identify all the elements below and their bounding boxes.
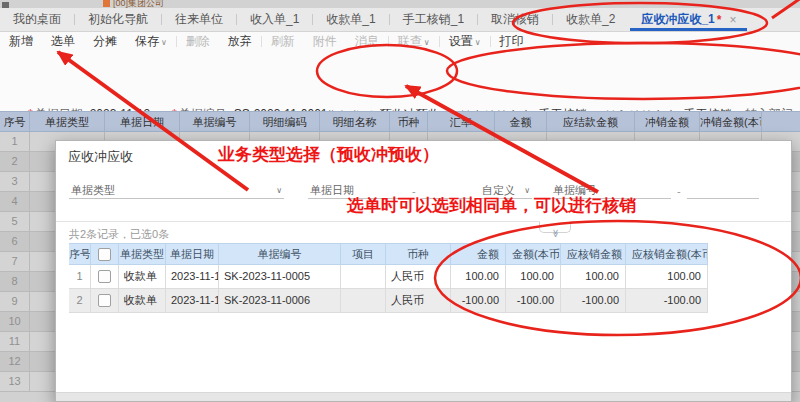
filter-date-to-input[interactable]	[422, 181, 472, 199]
filter-date-from-input[interactable]: 单据日期	[308, 181, 408, 199]
window-titlebar: [00]集团公司	[0, 0, 800, 8]
bill-header-form: *单据日期2023-11-12 *单据编号SS-2023-11-0001 业务类…	[0, 50, 800, 111]
select-all-checkbox[interactable]	[98, 248, 111, 261]
allocate-button[interactable]: 分摊	[84, 33, 126, 50]
linked-query-button[interactable]: 联查∨	[389, 33, 439, 50]
candidate-bill-grid: 序号 单据类型 单据日期 单据编号 项目 币种 金额 金额(本币) 应核销金额 …	[69, 243, 708, 313]
row-checkbox[interactable]	[98, 270, 111, 283]
dialog-title: 应收冲应收	[68, 148, 133, 166]
filter-bill-no-from-input[interactable]: 单据编号	[551, 181, 671, 199]
tab-receipt-bill-1[interactable]: 收款单_1	[313, 8, 388, 31]
chevron-down-icon: ∨	[424, 38, 430, 47]
double-chevron-icon: ≫	[551, 229, 560, 237]
record-summary: 共2条记录，已选0条	[69, 227, 169, 242]
attachment-button[interactable]: 附件	[304, 33, 346, 50]
date-range-dash: -	[412, 185, 416, 197]
no-range-dash: -	[677, 185, 681, 197]
tab-ar-offset-ar-1-active[interactable]: 应收冲应收_1* ×	[628, 8, 749, 31]
tab-counterparty[interactable]: 往来单位	[162, 8, 236, 31]
save-button[interactable]: 保存∨	[126, 33, 176, 50]
chevron-down-icon: ∨	[475, 38, 481, 47]
chevron-down-icon: ∨	[276, 186, 282, 195]
collapse-filters-button[interactable]: ≫	[539, 221, 571, 233]
window-title: [00]集团公司	[103, 0, 164, 8]
unsaved-marker: *	[717, 13, 722, 27]
settings-button[interactable]: 设置∨	[440, 33, 490, 50]
add-button[interactable]: 新增	[0, 33, 42, 50]
filter-bill-type-select[interactable]: 单据类型∨	[69, 181, 284, 199]
chevron-down-icon: ∨	[524, 186, 530, 195]
filter-separator	[56, 221, 791, 222]
horizontal-scrollbar[interactable]	[56, 392, 791, 401]
grid-header-row: 序号 单据类型 单据日期 单据编号 明细编码 明细名称 币种 汇率 金额 应结款…	[0, 111, 800, 132]
refresh-button[interactable]: 刷新	[262, 33, 304, 50]
tab-income-bill-1[interactable]: 收入单_1	[237, 8, 312, 31]
discard-button[interactable]: 放弃	[219, 33, 261, 50]
tab-receipt-bill-2[interactable]: 收款单_2	[553, 8, 628, 31]
filter-date-preset-select[interactable]: 自定义∨	[480, 181, 532, 199]
chevron-down-icon: ∨	[161, 38, 167, 47]
tab-my-desktop[interactable]: 我的桌面	[0, 8, 74, 31]
tab-bar: 我的桌面 初始化导航 往来单位 收入单_1 收款单_1 手工核销_1 取消核销 …	[0, 8, 800, 32]
toolbar: 新增 选单 分摊 保存∨ 删除 放弃 刷新 附件 消息 联查∨ 设置∨ 打印	[0, 32, 800, 50]
candidate-bill-row[interactable]: 1 收款单 2023-11-12 SK-2023-11-0005 人民币 100…	[69, 265, 708, 289]
filter-bill-no-to-input[interactable]	[687, 181, 759, 199]
tab-init-navigation[interactable]: 初始化导航	[75, 8, 161, 31]
delete-button[interactable]: 删除	[177, 33, 219, 50]
app-window: [00]集团公司 我的桌面 初始化导航 往来单位 收入单_1 收款单_1 手工核…	[0, 0, 800, 402]
candidate-bill-row[interactable]: 2 收款单 2023-11-12 SK-2023-11-0006 人民币 -10…	[69, 289, 708, 313]
tab-manual-writeoff-1[interactable]: 手工核销_1	[390, 8, 477, 31]
select-bill-dialog: 应收冲应收 单据类型∨ 单据日期 - 自定义∨ 单据编号 - ≫ 共2条记录，已…	[55, 140, 792, 402]
row-checkbox[interactable]	[98, 294, 111, 307]
grid-header-row: 序号 单据类型 单据日期 单据编号 项目 币种 金额 金额(本币) 应核销金额 …	[69, 243, 708, 265]
company-icon	[103, 0, 110, 7]
select-bill-button[interactable]: 选单	[42, 33, 84, 50]
tab-close-icon[interactable]: ×	[729, 13, 736, 27]
message-button[interactable]: 消息	[346, 33, 388, 50]
tab-cancel-writeoff[interactable]: 取消核销	[478, 8, 552, 31]
print-button[interactable]: 打印	[491, 33, 533, 50]
